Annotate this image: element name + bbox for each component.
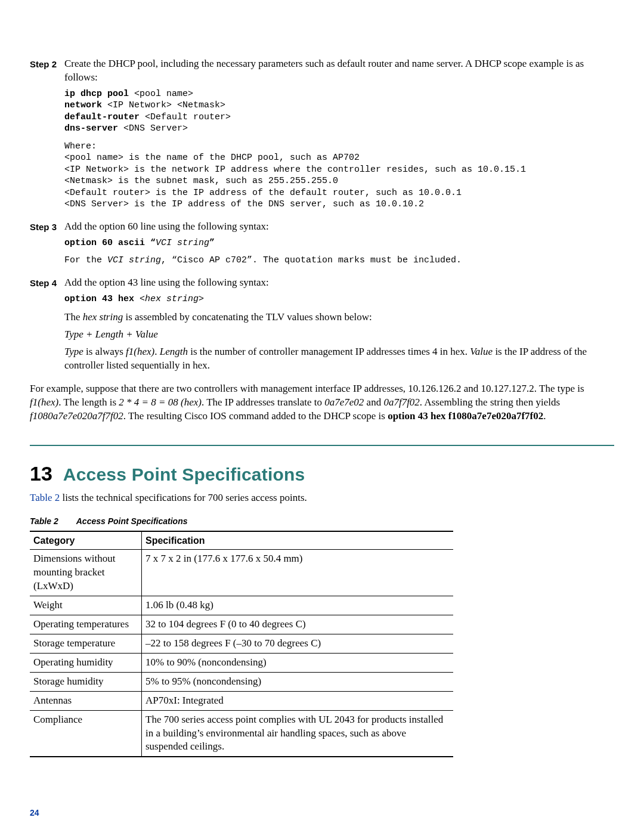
code-kw: option 60 ascii “ [64, 238, 156, 248]
step-body: Create the DHCP pool, including the nece… [64, 57, 614, 216]
where-line: <Netmask> is the subnet mask, such as 25… [64, 176, 338, 186]
ex-l: option 43 hex f1080a7e7e020a7f7f02 [388, 410, 543, 422]
step4-p1: The hex string is assembled by concatena… [64, 311, 614, 324]
td-category: Weight [30, 596, 142, 615]
td-category: Operating temperatures [30, 615, 142, 634]
p3g: Value [470, 346, 493, 357]
step-body: Add the option 60 line using the followi… [64, 220, 614, 272]
ex-j: f1080a7e7e020a7f7f02 [30, 410, 123, 422]
example-paragraph: For example, suppose that there are two … [30, 382, 614, 423]
page-number: 24 [30, 807, 39, 819]
step4-code: option 43 hex <hex string> [64, 293, 614, 305]
code-kw: ” [209, 238, 215, 248]
table-caption: Table 2Access Point Specifications [30, 516, 614, 527]
p3b: is always [83, 346, 126, 357]
spec-table: Category Specification Dimensions withou… [30, 531, 453, 758]
step-4: Step 4 Add the option 43 line using the … [30, 276, 614, 376]
p3f: is the number of controller management I… [188, 346, 470, 357]
td-category: Operating humidity [30, 653, 142, 672]
p1b: is assembled by concatenating the TLV va… [123, 311, 372, 323]
th-specification: Specification [142, 531, 454, 550]
ex-m: . [543, 410, 546, 422]
table-row: Weight 1.06 lb (0.48 kg) [30, 596, 453, 615]
code-arg: <pool name> [129, 89, 193, 99]
td-specification: 10% to 90% (noncondensing) [142, 653, 454, 672]
caption-b: Access Point Specifications [76, 516, 188, 526]
step4-p2: Type + Length + Value [64, 328, 614, 342]
code-kw: network [64, 100, 102, 110]
code-arg: <DNS Server> [118, 123, 188, 134]
table-row: Dimensions without mounting bracket (LxW… [30, 550, 453, 596]
code-it: VCI string [156, 238, 209, 248]
table-row: Operating humidity 10% to 90% (nonconden… [30, 653, 453, 672]
section-intro: Table 2 lists the technical specificatio… [30, 491, 614, 505]
note-b: , “Cisco AP c702”. The quotation marks m… [161, 255, 462, 265]
td-specification: AP70xI: Integrated [142, 691, 454, 710]
td-category: Compliance [30, 710, 142, 757]
table-row: Compliance The 700 series access point c… [30, 710, 453, 757]
step3-note: For the VCI string, “Cisco AP c702”. The… [64, 255, 614, 267]
step2-where: Where: <pool name> is the name of the DH… [64, 141, 614, 210]
intro-rest: lists the technical specifications for 7… [60, 492, 307, 503]
ex-g: and [364, 397, 383, 408]
code-kw: dns-server [64, 123, 118, 134]
td-category: Dimensions without mounting bracket (LxW… [30, 550, 142, 596]
code-kw: default-router [64, 112, 140, 122]
code-kw: option 43 hex [64, 294, 140, 304]
steps-block: Step 2 Create the DHCP pool, including t… [30, 57, 614, 376]
td-specification: 7 x 7 x 2 in (177.6 x 177.6 x 50.4 mm) [142, 550, 454, 596]
table-link[interactable]: Table 2 [30, 492, 60, 503]
ex-b: f1(hex) [30, 397, 58, 408]
p3d: . [154, 346, 160, 357]
code-kw: ip dhcp pool [64, 89, 129, 99]
where-line: <IP Network> is the network IP address w… [64, 165, 526, 175]
p1it: hex string [83, 311, 123, 323]
ex-a: For example, suppose that there are two … [30, 383, 584, 394]
p3c: f1(hex) [126, 346, 154, 357]
table-row: Storage temperature –22 to 158 degrees F… [30, 634, 453, 653]
code-arg: <IP Network> <Netmask> [102, 100, 225, 110]
td-specification: 32 to 104 degrees F (0 to 40 degrees C) [142, 615, 454, 634]
th-category: Category [30, 531, 142, 550]
section-title: Access Point Specifications [63, 463, 305, 487]
step3-text: Add the option 60 line using the followi… [64, 220, 614, 234]
step2-code: ip dhcp pool <pool name> network <IP Net… [64, 88, 614, 135]
step-3: Step 3 Add the option 60 line using the … [30, 220, 614, 272]
p3e: Length [160, 346, 188, 357]
td-category: Antennas [30, 691, 142, 710]
step2-text: Create the DHCP pool, including the nece… [64, 57, 614, 85]
p1a: The [64, 311, 83, 323]
td-category: Storage humidity [30, 672, 142, 691]
section-heading: 13 Access Point Specifications [30, 460, 614, 488]
page: Step 2 Create the DHCP pool, including t… [0, 0, 644, 833]
step-body: Add the option 43 line using the followi… [64, 276, 614, 376]
section-number: 13 [30, 460, 52, 488]
step-label: Step 3 [30, 220, 64, 272]
ex-e: . The IP addresses translate to [202, 397, 324, 408]
where-line: <Default router> is the IP address of th… [64, 188, 462, 198]
ex-h: 0a7f7f02 [383, 397, 419, 408]
td-category: Storage temperature [30, 634, 142, 653]
note-a: For the [64, 255, 107, 265]
table-row: Operating temperatures 32 to 104 degrees… [30, 615, 453, 634]
table-header-row: Category Specification [30, 531, 453, 550]
step-2: Step 2 Create the DHCP pool, including t… [30, 57, 614, 216]
ex-i: . Assembling the string then yields [420, 397, 560, 408]
step3-code: option 60 ascii “VCI string” [64, 237, 614, 249]
ex-d: 2 * 4 = 8 = 08 (hex) [119, 397, 202, 408]
where-line: Where: [64, 141, 97, 151]
td-specification: 1.06 lb (0.48 kg) [142, 596, 454, 615]
step-label: Step 4 [30, 276, 64, 376]
where-line: <pool name> is the name of the DHCP pool… [64, 153, 360, 163]
table-row: Storage humidity 5% to 95% (noncondensin… [30, 672, 453, 691]
where-line: <DNS Server> is the IP address of the DN… [64, 199, 424, 209]
ex-k: . The resulting Cisco IOS command added … [123, 410, 388, 422]
caption-a: Table 2 [30, 516, 58, 526]
code-arg: <Default router> [140, 112, 231, 122]
step4-text: Add the option 43 line using the followi… [64, 276, 614, 290]
step-label: Step 2 [30, 57, 64, 216]
section-divider [30, 445, 614, 446]
ex-f: 0a7e7e02 [324, 397, 364, 408]
step4-p3: Type is always f1(hex). Length is the nu… [64, 345, 614, 373]
code-it: <hex string> [140, 294, 204, 304]
